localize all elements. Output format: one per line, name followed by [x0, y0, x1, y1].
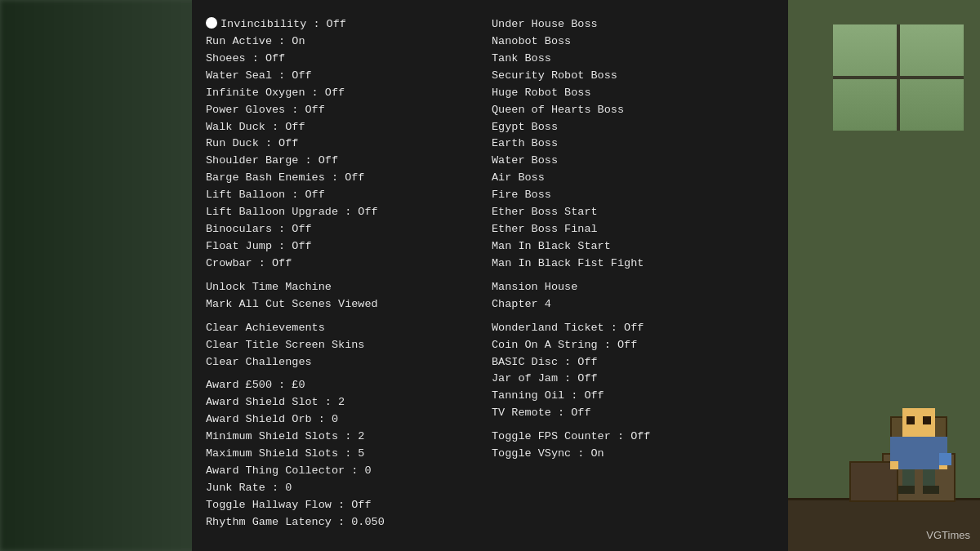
menu-item-security-robot-boss[interactable]: Security Robot Boss [490, 68, 776, 85]
menu-item-under-house-boss[interactable]: Under House Boss [490, 16, 776, 33]
menu-item-invincibility[interactable]: Invincibility : Off [204, 16, 490, 33]
menu-item-junk-rate[interactable]: Junk Rate : 0 [204, 480, 490, 497]
menu-item-tv-remote[interactable]: TV Remote : Off [490, 405, 776, 422]
menu-item-run-duck[interactable]: Run Duck : Off [204, 136, 490, 153]
menu-item-minimum-shield-slots[interactable]: Minimum Shield Slots : 2 [204, 429, 490, 446]
menu-item-run-active[interactable]: Run Active : On [204, 33, 490, 51]
menu-item-lift-balloon-upgrade[interactable]: Lift Balloon Upgrade : Off [204, 204, 490, 221]
menu-item-award-thing-collector[interactable]: Award Thing Collector : 0 [204, 463, 490, 480]
menu-item-spacer-r1 [490, 273, 776, 279]
menu-item-power-gloves[interactable]: Power Gloves : Off [204, 102, 490, 119]
menu-item-coin-on-string[interactable]: Coin On A String : Off [490, 337, 776, 354]
menu-item-infinite-oxygen[interactable]: Infinite Oxygen : Off [204, 85, 490, 102]
menu-item-ether-boss-final[interactable]: Ether Boss Final [490, 221, 776, 238]
menu-item-man-in-black-start[interactable]: Man In Black Start [490, 238, 776, 256]
menu-item-huge-robot-boss[interactable]: Huge Robot Boss [490, 85, 776, 102]
watermark: VGTimes [926, 529, 970, 541]
menu-item-spacer-r3 [490, 422, 776, 429]
menu-item-ether-boss-start[interactable]: Ether Boss Start [490, 204, 776, 221]
pixel-character [886, 408, 951, 498]
menu-item-award-shield-slot[interactable]: Award Shield Slot : 2 [204, 394, 490, 411]
menu-item-lift-balloon[interactable]: Lift Balloon : Off [204, 187, 490, 204]
window-light [833, 24, 964, 131]
svg-rect-2 [923, 416, 931, 424]
center-panel: Invincibility : OffRun Active : OnShoees… [192, 0, 788, 551]
menu-item-jar-of-jam[interactable]: Jar of Jam : Off [490, 371, 776, 388]
menu-item-rhythm-game-latency[interactable]: Rhythm Game Latency : 0.050 [204, 514, 490, 531]
menu-item-water-boss[interactable]: Water Boss [490, 153, 776, 170]
menu-item-basic-disc[interactable]: BASIC Disc : Off [490, 354, 776, 371]
menu-item-toggle-hallway-flow[interactable]: Toggle Hallway Flow : Off [204, 497, 490, 514]
svg-rect-3 [898, 437, 939, 469]
svg-rect-10 [898, 486, 915, 494]
window-cross-vertical [897, 24, 900, 131]
svg-rect-6 [890, 461, 898, 469]
menu-item-spacer1 [204, 273, 490, 279]
menu-item-tank-boss[interactable]: Tank Boss [490, 51, 776, 68]
menu-item-shoulder-barge[interactable]: Shoulder Barge : Off [204, 153, 490, 170]
svg-rect-11 [923, 486, 939, 494]
menu-item-award-500[interactable]: Award £500 : £0 [204, 377, 490, 394]
menu-item-float-jump[interactable]: Float Jump : Off [204, 238, 490, 256]
menu-item-queen-of-hearts-boss[interactable]: Queen of Hearts Boss [490, 102, 776, 119]
bg-scene [784, 0, 980, 551]
menu-item-clear-achievements[interactable]: Clear Achievements [204, 320, 490, 337]
menu-item-shoees[interactable]: Shoees : Off [204, 51, 490, 68]
floor [784, 498, 980, 551]
menu-item-maximum-shield-slots[interactable]: Maximum Shield Slots : 5 [204, 446, 490, 463]
menu-item-barge-bash[interactable]: Barge Bash Enemies : Off [204, 170, 490, 187]
bg-left [0, 0, 196, 551]
menu-item-binoculars[interactable]: Binoculars : Off [204, 221, 490, 238]
menu-item-spacer-r2 [490, 313, 776, 320]
menu-item-nanobot-boss[interactable]: Nanobot Boss [490, 33, 776, 51]
menu-item-clear-title[interactable]: Clear Title Screen Skins [204, 337, 490, 354]
menu-item-clear-challenges[interactable]: Clear Challenges [204, 354, 490, 371]
svg-rect-12 [939, 453, 951, 465]
menu-item-man-in-black-fist-fight[interactable]: Man In Black Fist Fight [490, 256, 776, 273]
bullet-icon [206, 17, 217, 29]
menu-item-mansion-house[interactable]: Mansion House [490, 279, 776, 296]
menu-item-unlock-time-machine[interactable]: Unlock Time Machine [204, 279, 490, 296]
menu-item-mark-cut-scenes[interactable]: Mark All Cut Scenes Viewed [204, 296, 490, 313]
menu-item-crowbar[interactable]: Crowbar : Off [204, 256, 490, 273]
svg-rect-1 [906, 416, 915, 424]
menu-item-tanning-oil[interactable]: Tanning Oil : Off [490, 388, 776, 405]
menu-item-wonderland-ticket[interactable]: Wonderland Ticket : Off [490, 320, 776, 337]
menu-item-toggle-fps-counter[interactable]: Toggle FPS Counter : Off [490, 429, 776, 446]
menu-item-earth-boss[interactable]: Earth Boss [490, 136, 776, 153]
menu-content: Invincibility : OffRun Active : OnShoees… [192, 0, 788, 551]
menu-item-fire-boss[interactable]: Fire Boss [490, 187, 776, 204]
menu-item-toggle-vsync[interactable]: Toggle VSync : On [490, 446, 776, 463]
menu-item-spacer2 [204, 313, 490, 320]
menu-item-award-shield-orb[interactable]: Award Shield Orb : 0 [204, 411, 490, 429]
menu-item-water-seal[interactable]: Water Seal : Off [204, 68, 490, 85]
menu-item-air-boss[interactable]: Air Boss [490, 170, 776, 187]
menu-item-walk-duck[interactable]: Walk Duck : Off [204, 119, 490, 136]
menu-item-chapter-4[interactable]: Chapter 4 [490, 296, 776, 313]
menu-item-spacer3 [204, 371, 490, 377]
window [833, 24, 964, 131]
screen: Invincibility : OffRun Active : OnShoees… [0, 0, 980, 551]
svg-rect-4 [890, 437, 898, 461]
right-column: Under House BossNanobot BossTank BossSec… [490, 16, 776, 535]
menu-item-egypt-boss[interactable]: Egypt Boss [490, 119, 776, 136]
left-column: Invincibility : OffRun Active : OnShoees… [204, 16, 490, 535]
